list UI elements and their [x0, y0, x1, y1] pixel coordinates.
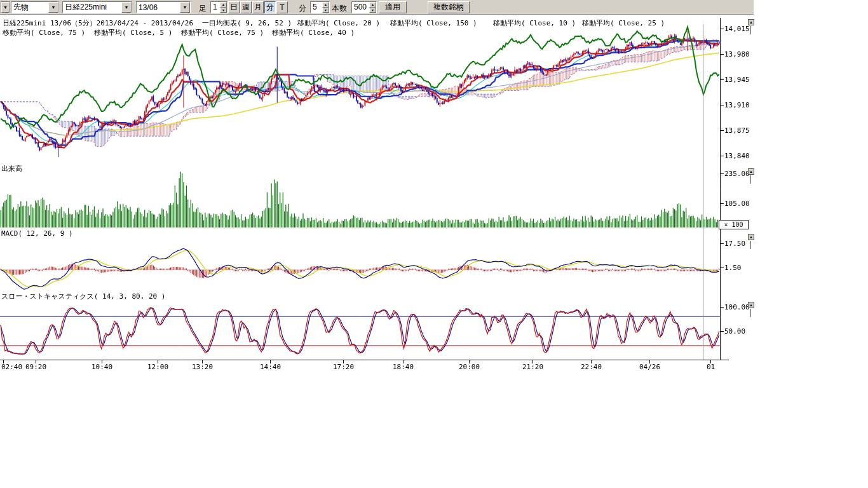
bar-count-input[interactable]: 500 ▲▼: [351, 1, 377, 13]
time-axis-label: 22:40: [581, 363, 602, 371]
price-axis-label: 13,875: [724, 126, 750, 135]
toolbar: ▼ 先物 ▼ 日経225mini ▼ 13/06 ▼ 足 1 ▲▼ 日 週 月 …: [0, 0, 754, 15]
spin-up-icon[interactable]: ▲: [369, 2, 376, 8]
spin-down-icon[interactable]: ▼: [369, 8, 376, 13]
spin-down-icon[interactable]: ▼: [322, 8, 329, 13]
pane-scrollbar-up-icon[interactable]: ▲: [748, 19, 754, 25]
period-month-button[interactable]: 月: [252, 1, 264, 13]
indicator-ma40: 移動平均( Close, 40 ): [272, 28, 355, 37]
contract-value: 13/06: [137, 3, 180, 12]
indicator-ma150: 移動平均( Close, 150 ): [390, 18, 477, 28]
period-day-button[interactable]: 日: [228, 1, 240, 13]
spin-down-icon[interactable]: ▼: [220, 8, 227, 13]
time-axis-label: 09:20: [25, 363, 46, 371]
time-axis-label: 20:00: [459, 363, 480, 371]
category-value: 先物: [11, 2, 48, 13]
time-axis-label: 10:40: [92, 363, 112, 371]
chevron-down-icon[interactable]: ▼: [121, 2, 132, 13]
price-axis-label: 13,945: [724, 76, 750, 84]
pane-scrollbar[interactable]: [750, 309, 751, 317]
time-axis-label: 13:20: [192, 363, 213, 371]
pane-scrollbar-up-icon[interactable]: ▲: [748, 168, 754, 175]
time-axis-label: 18:40: [393, 363, 414, 371]
stoch-pane-title: スロー・ストキャスティクス( 14, 3, 80, 20 ): [1, 292, 165, 301]
pane-scrollbar-up-icon[interactable]: ▲: [748, 234, 754, 240]
chart-title: 日経225mini 13/06（5分）2013/04/24 - 2013/04/…: [3, 18, 193, 28]
time-axis-label: 12:00: [147, 363, 168, 371]
spin-up-icon[interactable]: ▲: [220, 2, 227, 8]
pane-scrollbar[interactable]: [750, 175, 751, 184]
multi-symbol-button[interactable]: 複数銘柄: [428, 1, 470, 13]
contract-month-dropdown[interactable]: 13/06 ▼: [136, 1, 191, 13]
chart-canvas[interactable]: [0, 18, 731, 365]
pane-scrollbar[interactable]: [750, 241, 751, 249]
window-mini-dropdown[interactable]: ▼: [1, 1, 10, 13]
volume-axis-label: 235.00: [724, 170, 750, 178]
pane-scrollbar[interactable]: [750, 26, 751, 34]
indicator-ichimoku: 一目均衡表( 9, 26, 52 ): [202, 18, 292, 28]
spin-up-icon[interactable]: ▲: [322, 2, 329, 8]
indicator-ma75: 移動平均( Close, 75 ): [3, 28, 85, 37]
trading-app-window: ▼ 先物 ▼ 日経225mini ▼ 13/06 ▼ 足 1 ▲▼ 日 週 月 …: [0, 0, 754, 488]
interval-value: 1: [211, 2, 220, 13]
indicator-ma20: 移動平均( Close, 20 ): [297, 18, 380, 28]
category-dropdown[interactable]: 先物 ▼: [11, 1, 59, 13]
period-minute-button[interactable]: 分: [264, 1, 276, 13]
time-axis-label: 21:20: [522, 363, 543, 371]
volume-unit-box: × 100: [719, 220, 749, 229]
indicator-ma5: 移動平均( Close, 5 ): [94, 28, 172, 37]
pane-scrollbar-up-icon[interactable]: ▲: [748, 302, 754, 308]
time-axis-label: 01: [707, 363, 715, 371]
minute-label: 分: [299, 3, 306, 14]
period-week-button[interactable]: 週: [240, 1, 252, 13]
price-axis-label: 13,840: [724, 152, 750, 160]
period-tick-button[interactable]: T: [276, 1, 288, 13]
time-axis-label: 14:40: [260, 363, 281, 371]
indicator-ma75b: 移動平均( Close, 75 ): [181, 28, 264, 37]
price-axis-label: 13,980: [724, 50, 750, 58]
indicator-ma10: 移動平均( Close, 10 ): [493, 18, 576, 28]
symbol-dropdown[interactable]: 日経225mini ▼: [62, 1, 132, 13]
chevron-down-icon[interactable]: ▼: [180, 2, 190, 13]
interval-input[interactable]: 1 ▲▼: [210, 1, 227, 13]
bar-count-value: 500: [352, 2, 369, 13]
minute-input[interactable]: 5 ▲▼: [310, 1, 330, 13]
time-axis-label: 17:20: [333, 363, 354, 371]
volume-axis-label: 105.00: [724, 200, 750, 208]
time-axis-label: 02:40: [1, 363, 22, 371]
chevron-down-icon[interactable]: ▼: [1, 2, 10, 13]
symbol-value: 日経225mini: [63, 2, 121, 13]
indicator-ma25: 移動平均( Close, 25 ): [582, 18, 665, 28]
chevron-down-icon[interactable]: ▼: [48, 2, 58, 13]
stoch-axis-label: 100.00: [724, 303, 750, 311]
bar-count-label: 本数: [332, 3, 347, 14]
stoch-axis-label: 50.00: [724, 327, 745, 336]
apply-button[interactable]: 適用: [379, 1, 407, 13]
macd-axis-label: 1.50: [724, 264, 742, 272]
bar-type-label: 足: [199, 3, 207, 14]
macd-axis-label: 17.50: [724, 240, 745, 248]
macd-pane-title: MACD( 12, 26, 9 ): [1, 229, 73, 238]
minute-value: 5: [311, 2, 322, 13]
time-axis-label: 04/26: [639, 363, 660, 371]
price-axis-label: 13,910: [724, 101, 750, 109]
price-axis-label: 14,015: [724, 25, 750, 33]
volume-pane-title: 出来高: [1, 164, 22, 173]
